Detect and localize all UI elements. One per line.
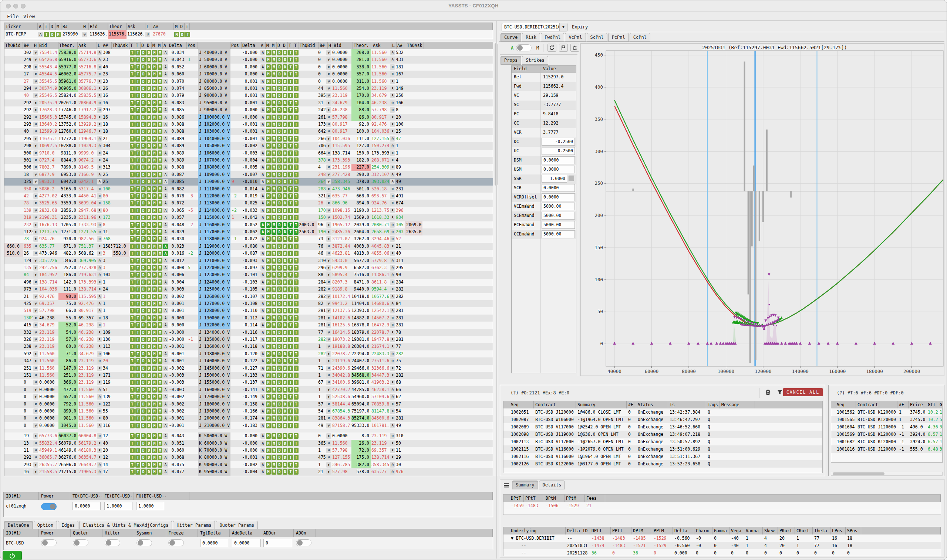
ticker-flag-D[interactable]: D <box>49 30 56 39</box>
flag-T[interactable]: T <box>293 336 299 343</box>
adddelta-input[interactable]: 0.0000 <box>232 539 261 547</box>
flag-M[interactable]: M <box>265 293 271 300</box>
strike[interactable]: J 155000.0 V <box>198 379 230 386</box>
flag-D[interactable]: D <box>277 351 282 357</box>
flag-M[interactable]: M <box>157 279 163 286</box>
tab-scpnl[interactable]: ScPnl <box>587 33 608 42</box>
flag-M[interactable]: M <box>152 454 157 461</box>
flag-D[interactable]: D <box>277 49 282 56</box>
order-row[interactable]: 1002126BTC-USD K1220001@3177.0 OPEN LMT0… <box>503 460 822 468</box>
flag-M[interactable]: M <box>157 207 163 214</box>
flag-M[interactable]: M <box>152 372 157 379</box>
quote-bid-icon[interactable]: » <box>326 351 332 357</box>
flag-D[interactable]: D <box>277 286 282 293</box>
flag-M[interactable]: M <box>265 192 271 200</box>
grid-row[interactable]: 1309»46.23855.069.357»18TTDDMMA0.000J 13… <box>5 315 493 322</box>
flag-M[interactable]: M <box>157 315 163 322</box>
quote-ask-icon[interactable]: » <box>97 432 102 440</box>
flag-D[interactable]: D <box>282 200 288 207</box>
flag-A[interactable]: A <box>260 49 265 56</box>
quote-ask-icon[interactable]: » <box>390 186 395 192</box>
quote-ask-icon[interactable]: » <box>390 164 395 171</box>
flag-M[interactable]: M <box>271 214 277 221</box>
flag-T[interactable]: T <box>293 447 299 454</box>
flag-D[interactable]: D <box>282 372 288 379</box>
flag-T[interactable]: T <box>288 178 293 185</box>
grid-row[interactable]: 13»55832.456079.056179.2»40TTDDMMA0.051K… <box>5 440 493 447</box>
flag-D[interactable]: D <box>277 114 282 121</box>
flag-M[interactable]: M <box>271 372 277 379</box>
flag-D[interactable]: D <box>140 329 146 336</box>
quote-bid-icon[interactable]: » <box>33 200 39 207</box>
flag-A[interactable]: A <box>260 56 265 63</box>
flag-T[interactable]: T <box>135 99 140 106</box>
flag-T[interactable]: T <box>135 106 140 114</box>
quote-bid-icon[interactable]: » <box>33 432 39 440</box>
flag-A[interactable]: A <box>260 357 265 365</box>
flag-M[interactable]: M <box>152 106 157 114</box>
flag-T[interactable]: T <box>135 415 140 422</box>
flag-M[interactable]: M <box>271 401 277 408</box>
quote-bid-icon[interactable]: » <box>326 157 332 164</box>
flag-M[interactable]: M <box>152 49 157 56</box>
flag-D[interactable]: D <box>140 365 146 372</box>
grid-row[interactable]: 40»12599.912760.012946.7»18TTDDMMA0.088J… <box>5 128 493 135</box>
prop-input[interactable]: 5000.00 <box>541 212 575 220</box>
strike[interactable]: J 102000.0 V <box>198 121 230 128</box>
quote-bid-icon[interactable]: » <box>33 171 39 178</box>
quote-bid-icon[interactable]: » <box>326 207 332 214</box>
flag-M[interactable]: M <box>152 186 157 192</box>
flag-D[interactable]: D <box>140 214 146 221</box>
prop-input[interactable]: 5000.00 <box>541 230 575 238</box>
grid-row[interactable]: 238»23.11960.046.238»113TTDDMMA-0.001J 1… <box>5 343 493 350</box>
flag-D[interactable]: D <box>140 243 146 250</box>
quote-bid-icon[interactable]: » <box>326 235 332 243</box>
flag-A[interactable]: A <box>163 164 168 171</box>
flag-A[interactable]: A <box>260 336 265 343</box>
strike[interactable]: K 95000.0 W <box>198 468 230 475</box>
flag-D[interactable]: D <box>146 271 152 278</box>
flag-T[interactable]: T <box>130 257 135 264</box>
grid-row[interactable]: 295»11675.111772.011964.1»21TTDDMMA0.089… <box>5 135 493 142</box>
prop-input[interactable]: 5000.00 <box>541 221 575 229</box>
flag-M[interactable]: M <box>157 468 163 475</box>
flag-A[interactable]: A <box>260 415 265 422</box>
flag-T[interactable]: T <box>293 106 299 114</box>
flag-M[interactable]: M <box>271 243 277 250</box>
flag-A[interactable]: A <box>260 393 265 400</box>
grid-row[interactable]: 294»30574.930905.030806.1»26TTDDMMA0.074… <box>5 85 493 92</box>
flag-M[interactable]: M <box>265 307 271 314</box>
flag-A[interactable]: A <box>260 222 265 228</box>
quote-bid-icon[interactable]: » <box>33 307 39 314</box>
quote-bid-icon[interactable]: » <box>33 178 39 185</box>
flag-M[interactable]: M <box>265 186 271 192</box>
flag-D[interactable]: D <box>140 447 146 454</box>
flag-A[interactable]: A <box>163 186 168 192</box>
flag-M[interactable]: M <box>157 454 163 461</box>
flag-M[interactable]: M <box>157 286 163 293</box>
strike[interactable]: J 109000.0 V <box>198 171 230 178</box>
quote-bid-icon[interactable]: » <box>33 351 39 357</box>
flag-T[interactable]: T <box>135 461 140 468</box>
flag-M[interactable]: M <box>265 142 271 149</box>
flag-T[interactable]: T <box>293 186 299 192</box>
ticker-flag-T[interactable]: T <box>185 30 191 39</box>
flag-T[interactable]: T <box>130 49 135 56</box>
grid-row[interactable]: 302»75541.475838.075714.8»308TTDDMMA0.03… <box>5 49 493 56</box>
flag-A[interactable]: A <box>163 114 168 121</box>
grid-row[interactable]: 1123»1213.751271.01271.55»11TTDDMMA0.039… <box>5 228 493 235</box>
strike[interactable]: J 121000.0 V <box>198 257 230 264</box>
flag-M[interactable]: M <box>157 243 163 250</box>
flag-M[interactable]: M <box>157 92 163 99</box>
flag-M[interactable]: M <box>271 432 277 440</box>
quote-bid-icon[interactable]: » <box>33 315 39 322</box>
flag-D[interactable]: D <box>140 222 146 228</box>
flag-T[interactable]: T <box>130 447 135 454</box>
flag-T[interactable]: T <box>135 468 140 475</box>
flag-T[interactable]: T <box>293 207 299 214</box>
quote-bid-icon[interactable]: » <box>326 315 332 322</box>
grid-row[interactable]: 292»36065.736276.036354.7»12TTDDMMA0.068… <box>5 454 493 461</box>
flag-T[interactable]: T <box>130 250 135 257</box>
flag-D[interactable]: D <box>140 157 146 164</box>
flag-D[interactable]: D <box>146 92 152 99</box>
